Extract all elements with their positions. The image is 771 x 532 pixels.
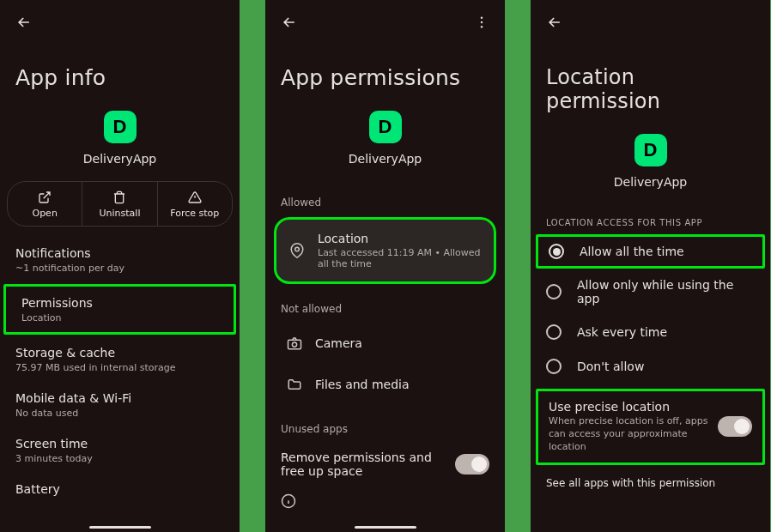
back-icon[interactable]	[281, 14, 298, 34]
radio-label-0: Allow all the time	[580, 245, 684, 258]
back-icon[interactable]	[546, 14, 563, 34]
storage-title: Storage & cache	[15, 346, 224, 360]
uninstall-button[interactable]: Uninstall	[82, 182, 156, 226]
notifications-sub: ~1 notification per day	[15, 263, 224, 274]
app-name-label: DeliveryApp	[349, 152, 422, 166]
app-icon: D	[369, 111, 402, 143]
list-item-screentime[interactable]: Screen time 3 minutes today	[0, 427, 240, 473]
app-icon: D	[634, 134, 667, 166]
remove-permissions-toggle[interactable]	[455, 454, 489, 475]
app-header: D DeliveryApp	[531, 127, 770, 204]
precise-title: Use precise location	[549, 400, 709, 414]
info-icon[interactable]	[265, 488, 505, 517]
forcestop-label: Force stop	[170, 208, 219, 219]
notifications-title: Notifications	[15, 246, 224, 260]
svg-point-0	[481, 17, 483, 19]
page-title: App permissions	[265, 41, 505, 104]
permissions-title: Permissions	[21, 296, 218, 310]
back-icon[interactable]	[15, 14, 33, 34]
location-sub: Last accessed 11:19 AM • Allowed all the…	[318, 247, 482, 269]
location-access-section-label: Location access for this app	[531, 204, 770, 234]
settings-list: Notifications ~1 notification per day Pe…	[0, 227, 240, 505]
unused-section-label: Unused apps	[265, 408, 505, 440]
perm-item-files[interactable]: Files and media	[274, 366, 496, 402]
page-title: App info	[0, 41, 240, 104]
open-button[interactable]: Open	[8, 182, 82, 226]
open-label: Open	[32, 208, 57, 219]
forcestop-button[interactable]: Force stop	[157, 182, 232, 226]
camera-title: Camera	[315, 336, 362, 350]
svg-point-5	[292, 342, 296, 347]
radio-label-2: Ask every time	[577, 325, 667, 339]
list-item-notifications[interactable]: Notifications ~1 notification per day	[0, 237, 240, 282]
list-item-data[interactable]: Mobile data & Wi-Fi No data used	[0, 382, 240, 427]
data-title: Mobile data & Wi-Fi	[15, 391, 224, 405]
allowed-section-label: Allowed	[265, 181, 505, 214]
overflow-menu-icon[interactable]	[474, 15, 489, 33]
perm-item-camera[interactable]: Camera	[274, 325, 496, 361]
radio-label-3: Don't allow	[577, 360, 644, 373]
svg-rect-4	[288, 340, 301, 349]
storage-sub: 75.97 MB used in internal storage	[15, 362, 224, 373]
precise-sub: When precise location is off, apps can a…	[549, 415, 709, 454]
perm-item-location[interactable]: Location Last accessed 11:19 AM • Allowe…	[274, 217, 496, 284]
screen-location-permission: Location permission D DeliveryApp Locati…	[531, 0, 770, 532]
camera-icon	[286, 336, 303, 351]
radio-ask-every-time[interactable]: Ask every time	[531, 315, 770, 349]
action-row: Open Uninstall Force stop	[7, 181, 233, 227]
battery-title: Battery	[15, 482, 224, 496]
precise-location-toggle[interactable]	[718, 416, 752, 437]
radio-allow-while-using[interactable]: Allow only while using the app	[531, 269, 770, 315]
radio-icon	[546, 324, 562, 340]
nav-indicator	[355, 526, 416, 529]
svg-point-3	[295, 247, 300, 251]
radio-dont-allow[interactable]: Don't allow	[531, 349, 770, 384]
precise-location-row[interactable]: Use precise location When precise locati…	[536, 389, 765, 465]
folder-icon	[286, 377, 303, 392]
see-all-apps-link[interactable]: See all apps with this permission	[531, 465, 770, 501]
list-item-permissions[interactable]: Permissions Location	[3, 284, 236, 335]
data-sub: No data used	[15, 408, 224, 419]
radio-icon	[546, 359, 562, 374]
remove-permissions-row[interactable]: Remove permissions and free up space	[265, 440, 505, 488]
uninstall-label: Uninstall	[100, 208, 141, 219]
radio-icon	[549, 244, 564, 259]
screen-app-permissions: App permissions D DeliveryApp Allowed Lo…	[265, 0, 505, 532]
svg-point-1	[481, 21, 483, 23]
list-item-storage[interactable]: Storage & cache 75.97 MB used in interna…	[0, 336, 240, 382]
location-title: Location	[318, 232, 482, 245]
app-name-label: DeliveryApp	[614, 175, 687, 189]
app-icon: D	[104, 111, 137, 143]
location-icon	[288, 243, 306, 258]
screen-app-info: App info D DeliveryApp Open Uninstall Fo…	[0, 0, 240, 532]
radio-icon	[546, 284, 562, 299]
svg-point-2	[481, 26, 483, 27]
notallowed-section-label: Not allowed	[265, 287, 505, 320]
files-title: Files and media	[315, 378, 410, 391]
list-item-battery[interactable]: Battery	[0, 473, 240, 505]
app-name-label: DeliveryApp	[83, 152, 156, 166]
screentime-sub: 3 minutes today	[15, 453, 224, 464]
page-title: Location permission	[531, 41, 770, 127]
app-header: D DeliveryApp	[265, 104, 505, 181]
nav-indicator	[89, 526, 151, 529]
radio-label-1: Allow only while using the app	[577, 278, 755, 305]
app-header: D DeliveryApp	[0, 104, 240, 181]
screentime-title: Screen time	[15, 437, 224, 450]
remove-permissions-label: Remove permissions and free up space	[281, 450, 435, 478]
permissions-sub: Location	[21, 312, 218, 323]
radio-allow-all-time[interactable]: Allow all the time	[536, 234, 765, 269]
